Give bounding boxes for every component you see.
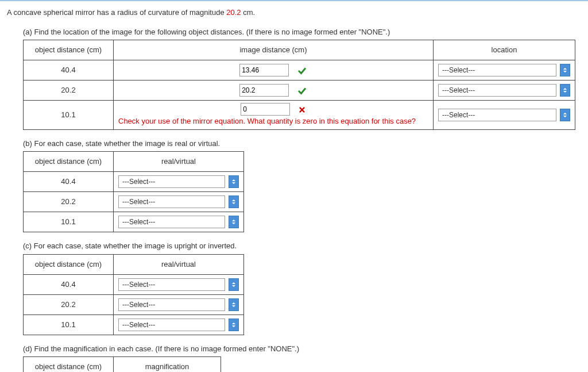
select-stepper-icon[interactable] [229, 278, 239, 291]
select-stepper-icon[interactable] [560, 109, 570, 121]
select-stepper-icon[interactable] [229, 195, 239, 208]
table-row: 40.4---Select--- [24, 172, 244, 192]
cell-object-distance: 40.4 [24, 172, 114, 192]
th-location: location [434, 40, 575, 60]
table-row: 10.1---Select--- [24, 212, 244, 232]
image-distance-input[interactable] [239, 64, 289, 76]
cell-object-distance: 10.1 [24, 101, 114, 130]
table-a: object distance (cm) image distance (cm)… [23, 40, 575, 130]
select-stepper-icon[interactable] [229, 216, 239, 228]
th-object-distance: object distance (cm) [24, 254, 114, 274]
th-image-distance: image distance (cm) [114, 40, 434, 60]
table-row: 40.4 ---Select--- [24, 60, 575, 80]
table-row: 20.2---Select--- [24, 294, 244, 315]
location-select[interactable]: ---Select--- [438, 64, 556, 76]
table-row: 20.2---Select--- [24, 192, 244, 212]
part-d-prompt: (d) Find the magnification in each case.… [23, 343, 581, 355]
cell-object-distance: 20.2 [24, 192, 114, 212]
table-row: 20.2 ---Select--- [24, 80, 575, 101]
feedback-text: Check your use of the mirror equation. W… [118, 116, 428, 127]
table-c: object distance (cm) real/virtual 40.4--… [23, 254, 244, 335]
upright-inverted-select[interactable]: ---Select--- [118, 298, 225, 311]
table-row: 40.4---Select--- [24, 274, 244, 294]
select-stepper-icon[interactable] [229, 298, 239, 311]
table-row: 10.1---Select--- [24, 315, 244, 335]
image-distance-input[interactable] [241, 103, 290, 116]
location-select[interactable]: ---Select--- [438, 109, 556, 121]
real-virtual-select[interactable]: ---Select--- [118, 195, 225, 208]
th-upright-inverted: real/virtual [114, 254, 244, 274]
th-object-distance: object distance (cm) [24, 152, 114, 172]
part-c-prompt: (c) For each case, state whether the ima… [23, 240, 581, 252]
radius-value: 20.2 [226, 8, 241, 17]
intro-suffix: cm. [241, 8, 256, 17]
real-virtual-select[interactable]: ---Select--- [118, 175, 225, 188]
th-object-distance: object distance (cm) [24, 40, 114, 60]
select-stepper-icon[interactable] [560, 84, 570, 97]
part-b-prompt: (b) For each case, state whether the ima… [23, 138, 581, 149]
part-a-prompt: (a) Find the location of the image for t… [23, 26, 581, 38]
cell-object-distance: 20.2 [24, 80, 114, 101]
cell-object-distance: 10.1 [24, 315, 114, 335]
check-icon [297, 66, 307, 76]
select-stepper-icon[interactable] [229, 319, 239, 331]
cell-object-distance: 40.4 [24, 60, 114, 80]
real-virtual-select[interactable]: ---Select--- [118, 216, 225, 228]
check-icon [297, 86, 307, 96]
th-magnification: magnification [114, 357, 221, 373]
cell-object-distance: 20.2 [24, 294, 114, 315]
th-real-virtual: real/virtual [114, 152, 244, 172]
table-b: object distance (cm) real/virtual 40.4--… [23, 151, 244, 232]
upright-inverted-select[interactable]: ---Select--- [118, 319, 225, 331]
problem-intro: A concave spherical mirror has a radius … [7, 7, 581, 18]
location-select[interactable]: ---Select--- [438, 84, 556, 97]
cell-object-distance: 40.4 [24, 274, 114, 294]
cross-icon [298, 106, 306, 114]
table-d: object distance (cm) magnification 40.4 … [23, 356, 221, 372]
table-row: 10.1 Check your use of the mirror equati… [24, 101, 575, 130]
select-stepper-icon[interactable] [229, 175, 239, 188]
cell-object-distance: 10.1 [24, 212, 114, 232]
intro-prefix: A concave spherical mirror has a radius … [7, 8, 226, 17]
select-stepper-icon[interactable] [560, 64, 570, 76]
image-distance-input[interactable] [239, 84, 289, 97]
upright-inverted-select[interactable]: ---Select--- [118, 278, 225, 291]
th-object-distance: object distance (cm) [24, 357, 114, 373]
